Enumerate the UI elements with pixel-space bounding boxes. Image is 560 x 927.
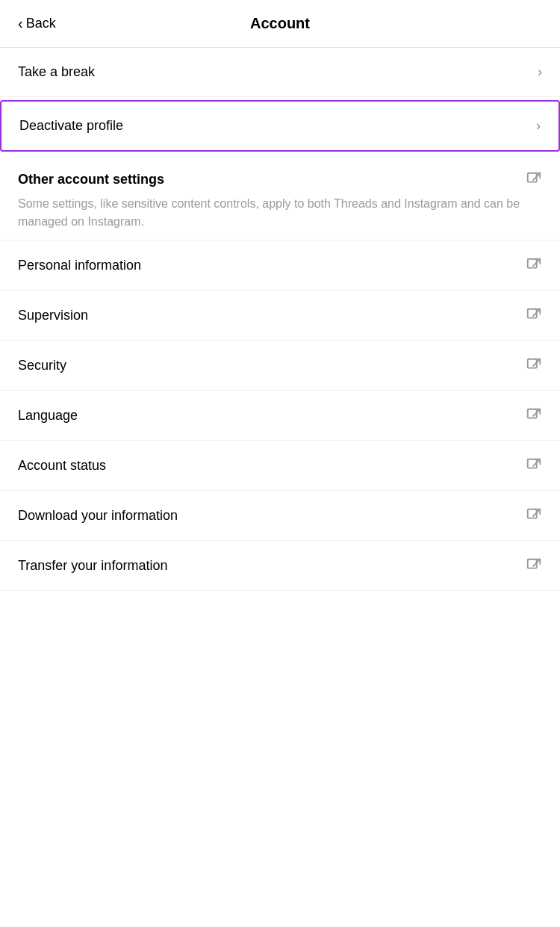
menu-item-download-info[interactable]: Download your information [0,491,560,541]
menu-item-language[interactable]: Language [0,391,560,441]
language-label: Language [18,408,78,424]
external-link-icon-other-account [526,171,542,187]
external-link-icon-download [526,507,542,524]
back-button[interactable]: ‹ Back [18,15,56,32]
menu-item-deactivate-profile[interactable]: Deactivate profile › [0,100,560,152]
back-label: Back [26,16,56,31]
security-label: Security [18,358,66,373]
chevron-right-icon: › [538,64,542,80]
external-link-icon-language [526,407,542,424]
other-account-settings-section: Other account settings Some settings, li… [0,155,560,241]
menu-item-personal-information[interactable]: Personal information [0,241,560,291]
menu-item-transfer-info[interactable]: Transfer your information [0,541,560,591]
other-account-header[interactable]: Other account settings [18,171,542,187]
back-chevron-icon: ‹ [18,15,23,32]
page-title: Account [250,15,310,32]
external-link-icon-supervision [526,307,542,323]
menu-item-account-status[interactable]: Account status [0,441,560,491]
menu-item-supervision[interactable]: Supervision [0,291,560,341]
transfer-info-label: Transfer your information [18,558,167,574]
external-link-icon-account-status [526,457,542,474]
menu-list: Take a break › Deactivate profile › Othe… [0,48,560,591]
page-header: ‹ Back Account [0,0,560,48]
menu-item-take-a-break[interactable]: Take a break › [0,48,560,97]
external-link-icon-security [526,357,542,373]
personal-information-label: Personal information [18,258,141,273]
menu-item-security[interactable]: Security [0,341,560,391]
download-info-label: Download your information [18,508,178,524]
supervision-label: Supervision [18,308,88,323]
external-link-icon-personal [526,257,542,273]
chevron-right-icon-deactivate: › [536,118,541,134]
take-a-break-label: Take a break [18,64,95,80]
other-account-title: Other account settings [18,172,164,187]
external-link-icon-transfer [526,557,542,574]
other-account-description: Some settings, like sensitive content co… [18,195,542,231]
deactivate-profile-label: Deactivate profile [19,118,123,134]
account-status-label: Account status [18,458,106,474]
